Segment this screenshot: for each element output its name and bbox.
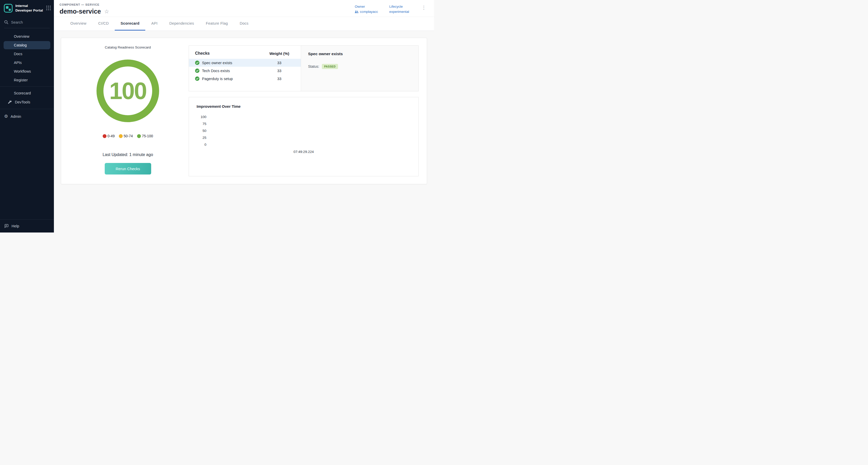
- check-weight: 33: [264, 61, 294, 65]
- help-chat-icon: [4, 224, 9, 228]
- main-area: COMPONENT — SERVICE demo-service ☆ Owner: [54, 0, 434, 232]
- y-tick: 0: [204, 143, 206, 147]
- tab-dependencies[interactable]: Dependencies: [163, 17, 200, 31]
- check-name: Spec owner exists: [202, 61, 232, 65]
- lifecycle-block: Lifecycle experimental: [389, 5, 409, 14]
- gauge-legend: 0-49 50-74 75-100: [103, 134, 153, 138]
- kebab-menu-icon[interactable]: ⋮: [421, 5, 427, 10]
- checks-table: Checks Weight (%) Spec owner exists: [189, 46, 301, 91]
- owner-block: Owner ccmplayacc: [355, 5, 378, 14]
- group-icon: [355, 10, 359, 13]
- checks-column: Checks Weight (%) Spec owner exists: [189, 45, 418, 176]
- y-tick: 75: [203, 122, 206, 126]
- checks-table-header: Checks Weight (%): [189, 50, 301, 59]
- help-label: Help: [11, 224, 19, 228]
- sidebar-item-apis[interactable]: APIs: [4, 59, 50, 67]
- sidebar-item-overview[interactable]: Overview: [4, 32, 50, 40]
- portal-logo-icon: [4, 4, 13, 13]
- last-updated-text: Last Updated: 1 minute ago: [103, 152, 153, 157]
- sidebar-item-register[interactable]: Register: [4, 76, 50, 84]
- sidebar-nav: Overview Catalog Docs APIs Workflows Reg…: [0, 30, 54, 121]
- search-label: Search: [11, 20, 23, 24]
- tab-overview[interactable]: Overview: [64, 17, 92, 31]
- tab-docs[interactable]: Docs: [234, 17, 254, 31]
- apps-grid-icon[interactable]: [46, 6, 51, 10]
- sidebar-item-admin[interactable]: ⚙ Admin: [0, 112, 54, 121]
- gauge-column: Catalog Readiness Scorecard 100 0-49 50-…: [69, 45, 187, 176]
- owner-link[interactable]: ccmplayacc: [355, 10, 378, 14]
- legend-item-mid: 50-74: [119, 134, 133, 138]
- status-label: Status:: [308, 64, 319, 68]
- sidebar-item-workflows[interactable]: Workflows: [4, 67, 50, 75]
- sidebar-item-devtools[interactable]: DevTools: [4, 98, 50, 106]
- check-passed-icon: [195, 68, 199, 73]
- check-name: Pagerduty is setup: [202, 77, 233, 81]
- search-icon: [4, 20, 8, 24]
- page-title: demo-service: [60, 8, 101, 15]
- tab-cicd[interactable]: CI/CD: [92, 17, 115, 31]
- lifecycle-value: experimental: [389, 10, 409, 14]
- sidebar: Internal Developer Portal Search Overvie…: [0, 0, 54, 232]
- check-detail-title: Spec owner exists: [308, 52, 411, 56]
- y-tick: 50: [203, 129, 206, 133]
- improvement-chart-card: Improvement Over Time 100 75 50 25 0 07:…: [189, 97, 418, 176]
- app-window: Internal Developer Portal Search Overvie…: [0, 0, 434, 232]
- check-passed-icon: [195, 76, 199, 81]
- check-name: Tech Docs exists: [202, 69, 230, 73]
- weight-column-header: Weight (%): [264, 51, 294, 56]
- check-row-pagerduty[interactable]: Pagerduty is setup 33: [189, 75, 301, 83]
- legend-label: 0-49: [107, 134, 115, 138]
- lifecycle-label: Lifecycle: [389, 5, 409, 9]
- owner-value: ccmplayacc: [360, 10, 378, 14]
- sidebar-item-docs[interactable]: Docs: [4, 50, 50, 58]
- legend-item-high: 75-100: [137, 134, 153, 138]
- legend-label: 50-74: [124, 134, 133, 138]
- tab-api[interactable]: API: [145, 17, 163, 31]
- chart-canvas: [206, 115, 411, 147]
- sidebar-search[interactable]: Search: [4, 19, 50, 28]
- sidebar-item-label: DevTools: [15, 100, 30, 104]
- sidebar-divider: [0, 109, 54, 109]
- scorecard-content: Catalog Readiness Scorecard 100 0-49 50-…: [54, 31, 434, 232]
- entity-kind-eyebrow: COMPONENT — SERVICE: [60, 3, 355, 6]
- chart-title: Improvement Over Time: [196, 104, 411, 108]
- sidebar-item-scorecard[interactable]: Scorecard: [4, 89, 50, 97]
- y-tick: 100: [200, 115, 206, 119]
- favorite-star-icon[interactable]: ☆: [104, 9, 109, 14]
- wrench-icon: [7, 100, 12, 104]
- scorecard-card: Catalog Readiness Scorecard 100 0-49 50-…: [61, 38, 427, 184]
- check-weight: 33: [264, 69, 294, 73]
- tab-feature-flag[interactable]: Feature Flag: [200, 17, 234, 31]
- legend-dot-green: [137, 134, 141, 138]
- gauge-title: Catalog Readiness Scorecard: [105, 45, 151, 49]
- entity-tabbar: Overview CI/CD Scorecard API Dependencie…: [54, 17, 434, 31]
- check-weight: 33: [264, 77, 294, 81]
- sidebar-item-catalog[interactable]: Catalog: [4, 41, 50, 49]
- admin-label: Admin: [10, 115, 21, 119]
- x-tick: 07:49:29.224: [293, 150, 314, 154]
- check-detail-panel: Spec owner exists Status: PASSED: [301, 46, 418, 91]
- checks-column-header: Checks: [195, 51, 264, 56]
- legend-dot-red: [103, 134, 106, 138]
- check-row-tech-docs[interactable]: Tech Docs exists 33: [189, 67, 301, 75]
- check-row-spec-owner[interactable]: Spec owner exists 33: [189, 59, 301, 67]
- gear-icon: ⚙: [4, 114, 8, 119]
- y-tick: 25: [203, 136, 206, 140]
- legend-item-low: 0-49: [103, 134, 115, 138]
- legend-label: 75-100: [142, 134, 153, 138]
- legend-dot-amber: [119, 134, 123, 138]
- tab-scorecard[interactable]: Scorecard: [115, 17, 146, 31]
- brand: Internal Developer Portal: [0, 0, 54, 16]
- chart-plot-area: 100 75 50 25 0 07:49:29.224: [196, 115, 411, 154]
- rerun-checks-button[interactable]: Rerun Checks: [105, 163, 151, 175]
- brand-title: Internal Developer Portal: [16, 4, 43, 12]
- check-passed-icon: [195, 61, 199, 65]
- status-badge: PASSED: [322, 64, 338, 69]
- entity-header: COMPONENT — SERVICE demo-service ☆ Owner: [54, 0, 434, 17]
- chart-y-axis: 100 75 50 25 0: [196, 115, 206, 147]
- score-value: 100: [109, 78, 147, 104]
- sidebar-help[interactable]: Help: [0, 219, 54, 232]
- checks-panel: Checks Weight (%) Spec owner exists: [189, 45, 418, 91]
- owner-label: Owner: [355, 5, 378, 9]
- score-gauge: 100: [96, 60, 159, 122]
